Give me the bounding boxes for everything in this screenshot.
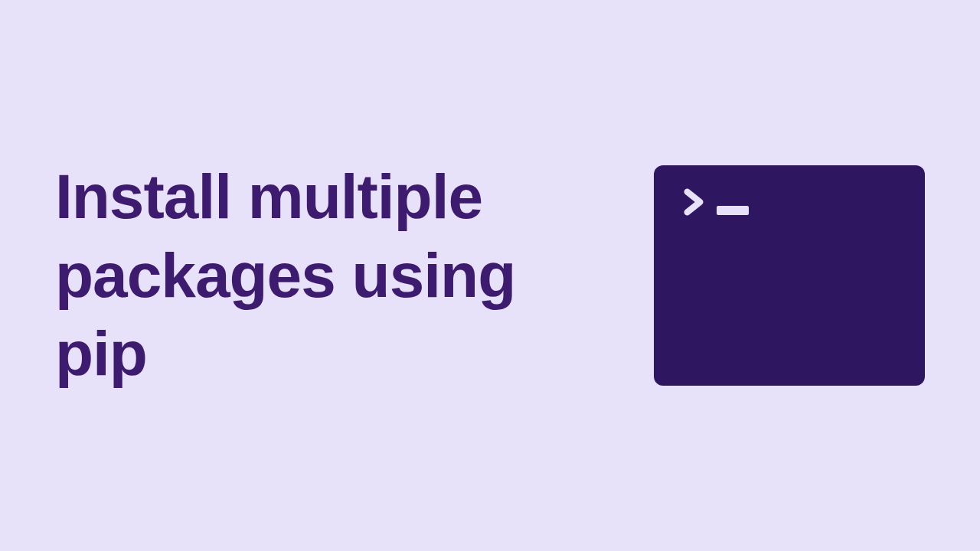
terminal-prompt	[678, 187, 900, 217]
main-content: Install multiple packages using pip	[55, 158, 925, 393]
page-title: Install multiple packages using pip	[55, 158, 591, 393]
underscore-icon	[717, 206, 749, 215]
terminal-icon	[654, 165, 925, 386]
chevron-right-icon	[678, 187, 709, 217]
